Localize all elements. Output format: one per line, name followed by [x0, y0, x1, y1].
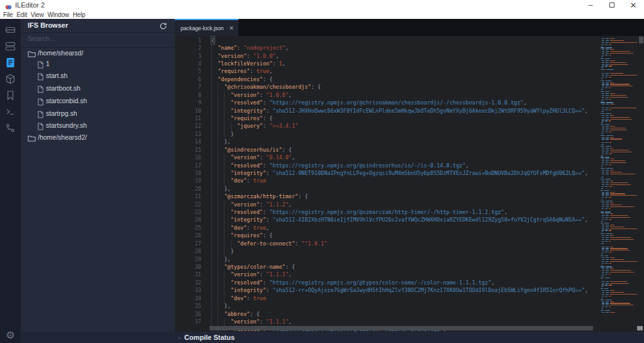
line-number: 16 [175, 154, 201, 161]
activity-bar: ⚙ [0, 19, 21, 343]
line-number: 9 [175, 99, 201, 106]
tab-label: package-lock.json [180, 25, 224, 31]
code-line: 13 } [175, 130, 644, 138]
code-line: 29 }, [175, 256, 644, 263]
line-number: 12 [175, 122, 201, 130]
line-number: 34 [175, 295, 201, 302]
tree-item-startconbid-sh[interactable]: startconbid.sh [21, 94, 175, 107]
line-number: 22 [175, 201, 201, 208]
code-line: 9 "resolved": "https://registry.npmjs.or… [175, 99, 644, 106]
line-number: 24 [175, 216, 201, 223]
tree-item-label: start.sh [46, 72, 67, 79]
files-icon[interactable] [0, 54, 21, 70]
code-line: 10 "integrity": "sha512-JHXHoQwwc86xW3F0… [175, 107, 644, 115]
menu-window[interactable]: Window [45, 11, 70, 18]
package-icon[interactable] [0, 70, 21, 87]
minimize-button[interactable]: – [580, 0, 601, 10]
tree-item-label: startboot.sh [46, 84, 80, 92]
server-icon[interactable] [0, 38, 21, 54]
refresh-icon[interactable] [159, 21, 167, 33]
code-line: 31 "version": "1.1.1", [175, 271, 644, 278]
menu-view[interactable]: View [29, 11, 46, 18]
search-input[interactable] [28, 35, 166, 42]
folder-icon [28, 133, 36, 145]
title-bar: ILEditor 2 – ✕ [0, 0, 644, 10]
code-line: 3 "version": "1.0.0", [175, 52, 644, 60]
window-title: ILEditor 2 [15, 1, 45, 9]
line-number: 23 [175, 208, 201, 216]
code-line: 32 "resolved": "https://registry.npmjs.o… [175, 279, 644, 286]
line-number: 7 [175, 83, 201, 91]
code-line: 8 "version": "1.0.0", [175, 91, 644, 99]
code-line: 22 "version": "1.1.2", [175, 201, 644, 208]
code-line: 27 "defer-to-connect": "^1.0.1" [175, 240, 644, 247]
line-number: 29 [175, 256, 201, 263]
line-number: 17 [175, 162, 201, 169]
line-number: 3 [175, 52, 201, 60]
horizontal-scrollbar-thumb[interactable] [209, 326, 593, 330]
code-line: 11 "requires": { [175, 115, 644, 122]
tab-package-lock[interactable]: package-lock.json ✕ [175, 19, 238, 36]
code-line: 15 "@sindresorhus/is": { [175, 146, 644, 154]
menu-help[interactable]: Help [71, 11, 87, 18]
line-number: 14 [175, 138, 201, 145]
code-line: 26 "requires": { [175, 232, 644, 239]
menu-file[interactable]: File [1, 11, 14, 18]
code-line: 24 "integrity": "sha512-XIB2XbzHTN6ieIjf… [175, 216, 644, 223]
code-editor[interactable]: 1{2 "name": "nodeproject",3 "version": "… [175, 36, 644, 332]
code-line: 34 "dev": true [175, 295, 644, 302]
tree-item-label: /home/shearsd/ [38, 49, 83, 57]
code-line: 14 }, [175, 138, 644, 145]
code-line: 19 "dev": true [175, 177, 644, 184]
menu-edit[interactable]: Edit [14, 11, 28, 18]
tree-item-startrpg-sh[interactable]: startrpg.sh [21, 107, 175, 120]
line-number: 18 [175, 169, 201, 177]
code-line: 37 "version": "1.1.1", [175, 318, 644, 325]
terminal-icon[interactable] [0, 103, 21, 120]
code-line: 35 }, [175, 302, 644, 310]
tree-item-home-shearsd2[interactable]: /home/shearsd2/ [21, 131, 175, 143]
settings-gear-icon[interactable]: ⚙ [0, 329, 21, 341]
close-button[interactable]: ✕ [623, 0, 644, 10]
tree-item-label: 1 [46, 60, 50, 67]
status-bar[interactable]: Compile Status [21, 332, 644, 343]
git-icon[interactable] [0, 120, 21, 136]
code-line: 12 "jquery": ">=3.4.1" [175, 122, 644, 130]
maximize-button[interactable] [601, 0, 623, 10]
line-number: 8 [175, 91, 201, 99]
tree-item-label: startconbid.sh [46, 97, 87, 104]
tree-item-start-sh[interactable]: start.sh [21, 69, 175, 82]
tab-close-icon[interactable]: ✕ [229, 25, 234, 31]
tree-item-label: startrpg.sh [46, 110, 77, 117]
minimap[interactable] [599, 37, 637, 316]
code-line: 23 "resolved": "https://registry.npmjs.o… [175, 208, 644, 216]
tree-item-startboot-sh[interactable]: startboot.sh [21, 82, 175, 94]
line-number: 31 [175, 271, 201, 278]
code-line: 5 "requires": true, [175, 67, 644, 75]
line-number: 5 [175, 67, 201, 75]
code-line: 25 "dev": true, [175, 224, 644, 232]
line-number: 30 [175, 263, 201, 271]
tree-item-1[interactable]: 1 [21, 57, 175, 70]
line-number: 36 [175, 310, 201, 318]
code-line: 16 "version": "0.14.0", [175, 154, 644, 161]
code-line: 28 } [175, 247, 644, 255]
line-number: 28 [175, 247, 201, 255]
tree-item-startsundry-sh[interactable]: startsundry.sh [21, 119, 175, 132]
line-number: 32 [175, 279, 201, 286]
tab-bar: package-lock.json ✕ [175, 19, 644, 36]
line-number: 2 [175, 44, 201, 52]
vertical-scrollbar-thumb[interactable] [639, 37, 643, 43]
code-line: 6 "dependencies": { [175, 76, 644, 83]
code-line: 17 "resolved": "https://registry.npmjs.o… [175, 162, 644, 169]
line-number: 27 [175, 240, 201, 247]
code-line: 4 "lockfileVersion": 1, [175, 60, 644, 67]
bookmark-icon[interactable] [0, 87, 21, 103]
tree-item-label: startsundry.sh [46, 121, 87, 129]
line-number: 4 [175, 60, 201, 67]
line-number: 6 [175, 76, 201, 83]
drive-icon[interactable] [0, 21, 21, 38]
line-number: 11 [175, 115, 201, 122]
status-label: Compile Status [184, 334, 235, 341]
line-number: 26 [175, 232, 201, 239]
